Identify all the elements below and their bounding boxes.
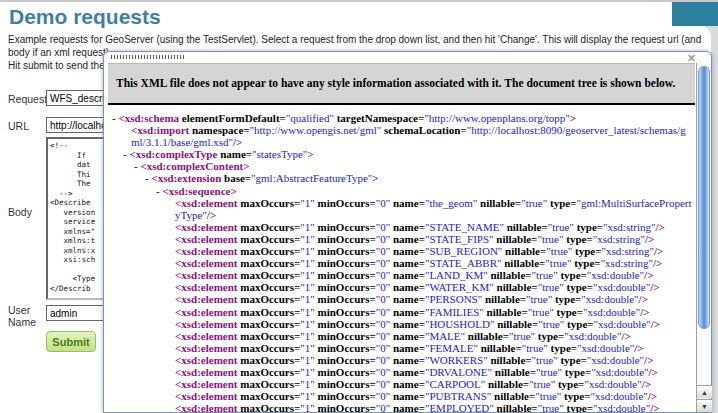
xml-attr-value: "xsd:string" xyxy=(601,257,653,269)
xml-node: <xsd:element maxOccurs="1" minOccurs="0"… xyxy=(112,330,693,342)
xml-attr-name: nillable= xyxy=(504,221,548,233)
xml-tag: <xsd:schema xyxy=(118,112,179,124)
xml-attr-value: "xsd:double" xyxy=(593,402,650,412)
xml-attr-value: "xsd:double" xyxy=(584,378,641,390)
xml-node: <xsd:element maxOccurs="1" minOccurs="0"… xyxy=(112,390,693,402)
xml-attr-name: type= xyxy=(558,354,587,366)
xml-attr-value: "0" xyxy=(376,378,390,390)
xml-tag: <xsd:import xyxy=(131,124,189,136)
xml-tag-close: /> xyxy=(649,366,658,378)
xml-attr-name: name= xyxy=(217,148,252,160)
xml-document-tree: - <xsd:schema elementFormDefault="qualif… xyxy=(108,107,695,412)
xml-attr-value: "0" xyxy=(376,306,390,318)
xml-attr-value: "true" xyxy=(548,221,574,233)
xml-attr-value: "0" xyxy=(376,197,390,209)
xml-attr-name: maxOccurs= xyxy=(237,342,300,354)
xml-attr-value: "FAMILIES" xyxy=(425,306,484,318)
xml-attr-name: nillable= xyxy=(477,197,521,209)
xml-attr-name: nillable= xyxy=(485,378,529,390)
xml-attr-name: type= xyxy=(547,197,576,209)
xml-attr-value: "LAND_KM" xyxy=(425,269,488,281)
xml-attr-value: "xsd:double" xyxy=(593,281,650,293)
header-teal-band xyxy=(672,2,718,26)
xml-tag: <xsd:complexType xyxy=(129,148,217,160)
modal-titlebar xyxy=(104,52,711,63)
xml-attr-name: elementFormDefault= xyxy=(179,112,286,124)
xml-attr-name: name= xyxy=(390,366,425,378)
xml-attr-value: "1" xyxy=(300,342,314,354)
xml-tag-close: /> xyxy=(654,245,663,257)
xml-node: <xsd:element maxOccurs="1" minOccurs="0"… xyxy=(112,293,693,305)
xml-attr-name: name= xyxy=(390,233,425,245)
xml-attr-value: "true" xyxy=(545,257,571,269)
xml-attr-name: type= xyxy=(561,390,590,402)
xml-node: <xsd:import namespace="http://www.opengi… xyxy=(112,124,693,148)
xml-attr-value: "true" xyxy=(532,354,558,366)
xml-tag-close: /> xyxy=(650,281,659,293)
xml-tag: <xsd:element xyxy=(175,257,237,269)
scroll-up-icon[interactable]: ▲ xyxy=(697,385,712,398)
xml-attr-value: "xsd:double" xyxy=(564,330,621,342)
xml-node: - <xsd:schema elementFormDefault="qualif… xyxy=(112,112,693,124)
xml-attr-name: name= xyxy=(390,221,425,233)
xml-attr-name: type= xyxy=(555,378,584,390)
xml-attr-name: type= xyxy=(564,233,593,245)
xml-attr-name: nillable= xyxy=(488,354,532,366)
xml-tag: <xsd:element xyxy=(175,233,237,245)
xml-tag-close: /> xyxy=(634,342,643,354)
page-title: Demo requests xyxy=(9,5,161,29)
xml-attr-value: "1" xyxy=(300,233,314,245)
xml-attr-name: minOccurs= xyxy=(315,354,376,366)
xml-attr-name: minOccurs= xyxy=(315,281,376,293)
vertical-scrollbar[interactable]: ▲ ▼ xyxy=(696,63,711,412)
xml-attr-name: minOccurs= xyxy=(315,293,376,305)
xml-attr-value: "xsd:double" xyxy=(583,306,640,318)
xml-attr-value: "1" xyxy=(300,293,314,305)
xml-attr-name: type= xyxy=(571,257,600,269)
scrollbar-thumb[interactable] xyxy=(698,66,710,329)
top-divider xyxy=(0,0,718,2)
xml-attr-name: minOccurs= xyxy=(315,318,376,330)
xml-tag-close: /> xyxy=(644,269,653,281)
xml-node: - <xsd:sequence> xyxy=(112,185,693,197)
xml-attr-value: "0" xyxy=(376,330,390,342)
xml-attr-value: "1" xyxy=(300,354,314,366)
xml-attr-value: "statesType" xyxy=(252,148,307,160)
scroll-down-icon[interactable]: ▼ xyxy=(697,399,712,412)
xml-attr-value: "WATER_KM" xyxy=(425,281,494,293)
xml-node: <xsd:element maxOccurs="1" minOccurs="0"… xyxy=(112,378,693,390)
xml-node: - <xsd:extension base="gml:AbstractFeatu… xyxy=(112,172,693,184)
xml-attr-value: "xsd:double" xyxy=(587,269,644,281)
xml-tag: <xsd:element xyxy=(175,318,237,330)
xml-tag: <xsd:element xyxy=(175,281,237,293)
xml-attr-name: nillable= xyxy=(482,293,526,305)
xml-attr-name: type= xyxy=(535,330,564,342)
xml-attr-value: "0" xyxy=(376,390,390,402)
xml-attr-name: nillable= xyxy=(484,306,528,318)
xml-node: <xsd:element maxOccurs="1" minOccurs="0"… xyxy=(112,354,693,366)
xml-tag-close: > xyxy=(230,185,236,197)
xml-attr-value: "1" xyxy=(300,257,314,269)
xml-attr-name: name= xyxy=(390,390,425,402)
xml-node: <xsd:element maxOccurs="1" minOccurs="0"… xyxy=(112,269,693,281)
xml-tag: <xsd:sequence xyxy=(162,185,230,197)
xml-attr-value: "xsd:string" xyxy=(602,245,654,257)
xml-attr-value: "xsd:double" xyxy=(581,293,638,305)
submit-button[interactable]: Submit xyxy=(46,331,96,352)
xml-attr-value: "true" xyxy=(521,197,547,209)
xml-tag: <xsd:element xyxy=(175,293,237,305)
xml-attr-name: nillable= xyxy=(492,366,536,378)
xml-attr-name: type= xyxy=(564,281,593,293)
xml-attr-name: maxOccurs= xyxy=(237,306,300,318)
xml-tag: <xsd:complexContent xyxy=(140,160,243,172)
xml-attr-name: maxOccurs= xyxy=(237,366,300,378)
xml-style-message-bar: This XML file does not appear to have an… xyxy=(108,63,695,105)
xml-node: <xsd:element maxOccurs="1" minOccurs="0"… xyxy=(112,366,693,378)
xml-attr-name: name= xyxy=(390,269,425,281)
xml-node: <xsd:element maxOccurs="1" minOccurs="0"… xyxy=(112,245,693,257)
xml-attr-value: "DRVALONE" xyxy=(425,366,492,378)
xml-attr-value: "true" xyxy=(522,342,548,354)
xml-attr-value: "0" xyxy=(376,281,390,293)
xml-attr-value: "true" xyxy=(538,402,564,412)
xml-attr-value: "1" xyxy=(300,197,314,209)
